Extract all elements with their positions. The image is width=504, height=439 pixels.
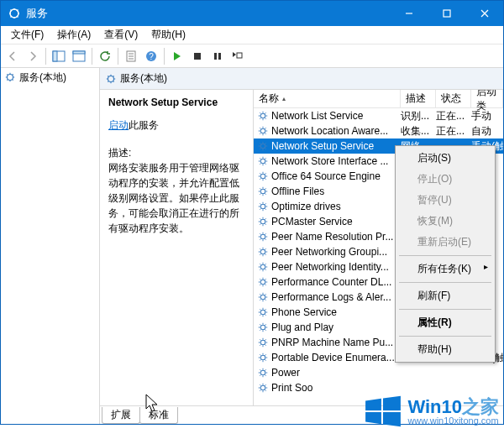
app-icon (8, 7, 21, 20)
menu-view[interactable]: 查看(V) (97, 26, 144, 44)
tab-extended[interactable]: 扩展 (102, 407, 140, 424)
cell-name: Network Location Aware... (271, 125, 388, 137)
restart-service-button[interactable] (228, 46, 248, 66)
cell-name: Peer Networking Groupi... (271, 246, 387, 258)
svg-point-36 (260, 340, 265, 345)
ctx-sep (399, 255, 491, 256)
action-suffix: 此服务 (129, 119, 159, 131)
context-menu: 启动(S) 停止(O) 暂停(U) 恢复(M) 重新启动(E) 所有任务(K) … (395, 145, 496, 363)
ctx-refresh[interactable]: 刷新(F) (397, 285, 493, 306)
ctx-help[interactable]: 帮助(H) (397, 339, 493, 360)
cursor-icon (145, 394, 162, 415)
cell-desc: 识别... (401, 109, 436, 123)
close-button[interactable] (465, 1, 503, 26)
show-hide-tree-button[interactable] (49, 46, 69, 66)
table-row[interactable]: Network List Service识别...正在...手动 (254, 108, 503, 123)
col-status[interactable]: 状态 (436, 90, 471, 107)
title-bar: 服务 (1, 1, 503, 26)
col-name[interactable]: 名称▴ (254, 90, 401, 107)
cell-status: 正在... (436, 124, 471, 138)
ctx-sep (399, 282, 491, 283)
tree-root-label: 服务(本地) (19, 71, 66, 85)
maximize-button[interactable] (428, 1, 465, 26)
toolbar-sep (92, 48, 92, 65)
cell-startup: 手动 (471, 109, 503, 123)
stop-service-button[interactable] (187, 46, 207, 66)
menu-help[interactable]: 帮助(H) (144, 26, 192, 44)
svg-point-35 (260, 325, 265, 330)
svg-point-23 (260, 144, 265, 149)
svg-rect-2 (444, 10, 450, 17)
export-button[interactable] (69, 46, 89, 66)
ctx-properties[interactable]: 属性(R) (397, 312, 493, 333)
pause-service-button[interactable] (207, 46, 228, 66)
cell-name: Network Setup Service (271, 140, 374, 152)
svg-point-38 (260, 370, 265, 375)
svg-text:?: ? (149, 52, 154, 61)
col-desc[interactable]: 描述 (401, 90, 436, 107)
svg-point-33 (260, 295, 265, 300)
svg-rect-18 (237, 53, 242, 58)
col-startup[interactable]: 启动类 (471, 90, 503, 107)
svg-point-32 (260, 280, 265, 285)
forward-button[interactable] (23, 46, 43, 66)
cell-name: Network Store Interface ... (271, 155, 388, 167)
cell-name: Peer Name Resolution Pr... (271, 231, 393, 243)
start-link[interactable]: 启动 (108, 119, 129, 131)
ctx-pause[interactable]: 暂停(U) (397, 190, 493, 211)
start-service-button[interactable] (167, 46, 187, 66)
cell-status: 正在... (436, 109, 471, 123)
ctx-sep (399, 336, 491, 337)
cell-name: PCMaster Service (271, 216, 353, 227)
cell-name: Portable Device Enumera... (271, 352, 395, 363)
properties-button[interactable] (121, 46, 141, 66)
table-row[interactable]: Network Location Aware...收集...正在...自动 (254, 123, 503, 138)
table-row[interactable]: Print Soo (254, 380, 503, 395)
toolbar-sep (118, 48, 118, 65)
toolbar-sep (45, 48, 46, 65)
ctx-sep (399, 309, 491, 310)
cell-name: Peer Networking Identity... (271, 261, 389, 273)
cell-name: Optimize drives (271, 201, 341, 212)
table-row[interactable]: Power (254, 365, 503, 380)
sort-asc-icon: ▴ (282, 95, 286, 102)
cell-name: Phone Service (271, 306, 337, 318)
cell-startup: 自动 (471, 124, 503, 138)
back-button[interactable] (3, 46, 23, 66)
svg-point-21 (260, 113, 265, 118)
help-button[interactable]: ? (141, 46, 161, 66)
ctx-resume[interactable]: 恢复(M) (397, 211, 493, 232)
svg-rect-16 (214, 53, 217, 60)
ctx-restart[interactable]: 重新启动(E) (397, 232, 493, 253)
content-header: 服务(本地) (100, 68, 503, 90)
ctx-start[interactable]: 启动(S) (397, 148, 493, 169)
menu-bar: 文件(F) 操作(A) 查看(V) 帮助(H) (1, 26, 503, 44)
refresh-button[interactable] (95, 46, 115, 66)
ctx-stop[interactable]: 停止(O) (397, 169, 493, 190)
menu-file[interactable]: 文件(F) (4, 26, 50, 44)
svg-point-25 (260, 174, 265, 179)
content-header-label: 服务(本地) (120, 71, 167, 86)
ctx-all-tasks[interactable]: 所有任务(K) (397, 259, 493, 280)
cell-name: Office 64 Source Engine (271, 170, 381, 182)
tree-pane: 服务(本地) (1, 68, 100, 424)
svg-point-24 (260, 159, 265, 164)
window-title: 服务 (26, 6, 48, 21)
desc-text: 网络安装服务用于管理网络驱动程序的安装，并允许配置低级别网络设置。如果停止此服务… (108, 160, 244, 236)
list-header: 名称▴ 描述 状态 启动类 (254, 90, 503, 108)
cell-name: Plug and Play (271, 321, 333, 333)
tree-root-item[interactable]: 服务(本地) (1, 68, 99, 86)
svg-point-37 (260, 355, 265, 360)
svg-point-29 (260, 234, 265, 239)
cell-name: Offline Files (271, 186, 324, 197)
svg-point-31 (260, 264, 265, 269)
minimize-button[interactable] (390, 1, 428, 26)
svg-point-30 (260, 249, 265, 254)
cell-name: Performance Logs & Aler... (271, 291, 391, 303)
cell-name: Print Soo (271, 382, 312, 394)
cell-name: PNRP Machine Name Pu... (271, 337, 393, 348)
menu-action[interactable]: 操作(A) (50, 26, 97, 44)
gear-icon (4, 71, 16, 83)
toolbar-sep (164, 48, 165, 65)
cell-desc: 收集... (401, 124, 436, 138)
